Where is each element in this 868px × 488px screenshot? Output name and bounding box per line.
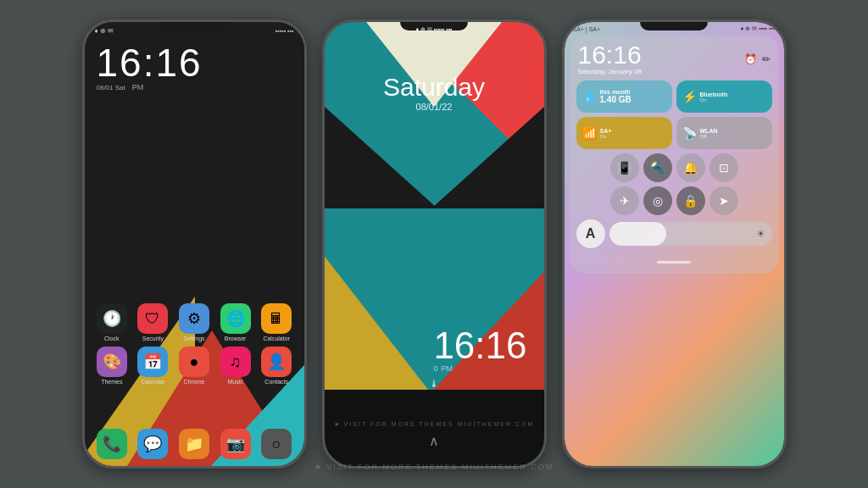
bell-button[interactable]: 🔔 bbox=[676, 153, 705, 182]
app-clock[interactable]: 🕐 Clock bbox=[92, 303, 131, 341]
phone1-row1: 🕐 Clock 🛡 Security ⚙ Settings 🌐 Browser … bbox=[92, 303, 298, 341]
home-indicator[interactable] bbox=[657, 261, 691, 263]
phone1-row2: 🎨 Themes 📅 Calendar ● Chrome ♫ Music 👤 bbox=[92, 347, 298, 385]
app-contacts-icon: 👤 bbox=[261, 347, 292, 377]
dock-files[interactable]: 📁 bbox=[175, 429, 214, 459]
cc-bluetooth-title: Bluetooth bbox=[700, 92, 728, 97]
phone2-date: 08/01/22 bbox=[325, 102, 544, 112]
app-settings[interactable]: ⚙ Settings bbox=[175, 303, 214, 341]
cc-header-icons: ⏰ ✏ bbox=[744, 53, 771, 65]
cc-data-value: 1.40 GB bbox=[600, 95, 632, 104]
location-button[interactable]: ➤ bbox=[709, 186, 738, 215]
phone3-status-right: ♦ ⊕ ✉ ▪▪▪▪ ▪▪▪ bbox=[741, 25, 776, 32]
cc-bluetooth-tile[interactable]: ⚡ Bluetooth On bbox=[676, 80, 772, 113]
cc-bluetooth-text: Bluetooth On bbox=[700, 92, 728, 103]
phone2-screen: ♦ ⊕ ✉ ▪▪▪▪▪ ▪▪▪ Saturday 08/01/22 16:16 … bbox=[325, 22, 544, 466]
cc-sa-sub: On bbox=[600, 134, 612, 139]
phone3-screen: SA+ | SA+ ♦ ⊕ ✉ ▪▪▪▪ ▪▪▪ 16:16 Saturday,… bbox=[565, 22, 784, 466]
wifi-icon: 📡 bbox=[682, 126, 697, 140]
phone2-status-bar: ♦ ⊕ ✉ ▪▪▪▪▪ ▪▪▪ bbox=[325, 22, 544, 37]
app-contacts[interactable]: 👤 Contacts bbox=[257, 347, 296, 385]
brightness-slider[interactable]: ☀ bbox=[609, 222, 772, 246]
phone1-pm: PM bbox=[132, 83, 144, 92]
app-browser[interactable]: 🌐 Browser bbox=[216, 303, 255, 341]
app-themes-icon: 🎨 bbox=[97, 347, 127, 377]
app-clock-icon: 🕐 bbox=[97, 303, 127, 334]
airplane-button[interactable]: ✈ bbox=[610, 186, 639, 215]
data-icon: 💧 bbox=[582, 90, 597, 103]
phone2-swipe-up[interactable]: ∧ bbox=[325, 433, 544, 449]
dock-camera-icon: 📷 bbox=[220, 429, 251, 459]
phone2-day: Saturday bbox=[325, 73, 544, 102]
dock-files-icon: 📁 bbox=[179, 429, 209, 459]
eye-comfort-button[interactable]: ◎ bbox=[643, 186, 672, 215]
phone2-thermometer: 🌡 bbox=[429, 378, 439, 390]
cc-time-block: 16:16 Saturday, January 08 bbox=[578, 42, 642, 75]
bluetooth-icon: ⚡ bbox=[682, 90, 697, 103]
phone1-status-right: ▪▪▪▪▪ ▪▪▪ bbox=[275, 28, 294, 34]
app-calendar[interactable]: 📅 Calendar bbox=[133, 347, 172, 385]
app-security[interactable]: 🛡 Security bbox=[133, 303, 172, 341]
app-chrome-icon: ● bbox=[179, 347, 209, 377]
app-themes[interactable]: 🎨 Themes bbox=[92, 347, 131, 385]
cc-controls-row2: ✈ ◎ 🔒 ➤ bbox=[576, 186, 772, 215]
cc-sa-text: SA+ On bbox=[600, 128, 612, 139]
shape-black-tri2 bbox=[325, 107, 544, 208]
phone2-lock-time: 16:16 0 PM bbox=[433, 327, 526, 373]
shape-black-bottom bbox=[325, 390, 544, 466]
dock-messages[interactable]: 💬 bbox=[133, 429, 172, 459]
cc-data-tile[interactable]: 💧 this month 1.40 GB bbox=[576, 80, 672, 113]
cc-wlan-sub: Off bbox=[700, 134, 718, 139]
phone2-pm: PM bbox=[441, 364, 453, 373]
shape-yellow bbox=[325, 246, 435, 398]
dock-camera[interactable]: 📷 bbox=[216, 429, 255, 459]
screen-record-button[interactable]: ⊡ bbox=[709, 153, 738, 182]
page-watermark: ★ VISIT FOR MORE THEMES MIUITHEMER.COM bbox=[314, 463, 554, 471]
app-music[interactable]: ♫ Music bbox=[216, 347, 255, 385]
cc-row2: 📶 SA+ On 📡 WLAN Off bbox=[576, 117, 772, 149]
flashlight-button[interactable]: 🔦 bbox=[643, 153, 672, 182]
dock-menu-icon: ○ bbox=[261, 429, 292, 459]
cc-wlan-text: WLAN Off bbox=[700, 128, 718, 139]
app-calculator-icon: 🖩 bbox=[261, 303, 292, 334]
app-chrome[interactable]: ● Chrome bbox=[175, 347, 214, 385]
phone1-clock: 16:16 08/01 Sat PM bbox=[85, 36, 304, 95]
phone1-screen: ♦ ⊕ ✉ ▪▪▪▪▪ ▪▪▪ 16:16 08/01 Sat PM 🕐 Clo… bbox=[85, 22, 304, 466]
auto-brightness-button[interactable]: A bbox=[576, 219, 605, 248]
phone-2: ♦ ⊕ ✉ ▪▪▪▪▪ ▪▪▪ Saturday 08/01/22 16:16 … bbox=[322, 19, 547, 469]
cc-sa-tile[interactable]: 📶 SA+ On bbox=[576, 117, 672, 149]
brightness-icon: ☀ bbox=[756, 228, 765, 240]
phone-3: SA+ | SA+ ♦ ⊕ ✉ ▪▪▪▪ ▪▪▪ 16:16 Saturday,… bbox=[562, 19, 787, 469]
phone1-time: 16:16 bbox=[97, 43, 292, 82]
phone2-zero: 0 bbox=[433, 364, 437, 373]
dock-phone-icon: 📞 bbox=[97, 429, 127, 459]
phone1-date: 08/01 Sat bbox=[97, 84, 125, 92]
app-settings-icon: ⚙ bbox=[179, 303, 209, 334]
app-calendar-icon: 📅 bbox=[137, 347, 168, 377]
app-browser-icon: 🌐 bbox=[220, 303, 251, 334]
lock-rotate-button[interactable]: 🔒 bbox=[676, 186, 705, 215]
phone1-status-left: ♦ ⊕ ✉ bbox=[95, 27, 114, 35]
phone3-status-bar: SA+ | SA+ ♦ ⊕ ✉ ▪▪▪▪ ▪▪▪ bbox=[565, 22, 784, 34]
app-calculator[interactable]: 🖩 Calculator bbox=[257, 303, 296, 341]
edit-icon[interactable]: ✏ bbox=[762, 53, 771, 65]
app-security-icon: 🛡 bbox=[137, 303, 168, 334]
dock-menu[interactable]: ○ bbox=[257, 429, 296, 459]
phone2-time: 16:16 bbox=[433, 327, 526, 364]
phone2-lock-content: Saturday 08/01/22 bbox=[325, 73, 544, 112]
cc-time: 16:16 bbox=[578, 42, 642, 68]
cc-bluetooth-sub: On bbox=[700, 97, 728, 103]
cc-data-title: this month bbox=[600, 89, 632, 95]
brightness-fill bbox=[609, 222, 666, 246]
dock-phone[interactable]: 📞 bbox=[92, 429, 131, 459]
vibrate-button[interactable]: 📳 bbox=[610, 153, 639, 182]
cc-data-text: this month 1.40 GB bbox=[600, 89, 632, 104]
phone-1: ♦ ⊕ ✉ ▪▪▪▪▪ ▪▪▪ 16:16 08/01 Sat PM 🕐 Clo… bbox=[82, 19, 307, 469]
phone3-sa-label: SA+ | SA+ bbox=[573, 26, 601, 32]
alarm-icon[interactable]: ⏰ bbox=[744, 53, 757, 65]
cc-sa-title: SA+ bbox=[600, 128, 612, 134]
cc-wlan-tile[interactable]: 📡 WLAN Off bbox=[676, 117, 772, 149]
phone1-dock: 📞 💬 📁 📷 ○ bbox=[85, 429, 304, 459]
control-panel: 16:16 Saturday, January 08 ⏰ ✏ 💧 this mo… bbox=[570, 36, 779, 274]
cc-controls-row1: 📳 🔦 🔔 ⊡ bbox=[576, 153, 772, 182]
